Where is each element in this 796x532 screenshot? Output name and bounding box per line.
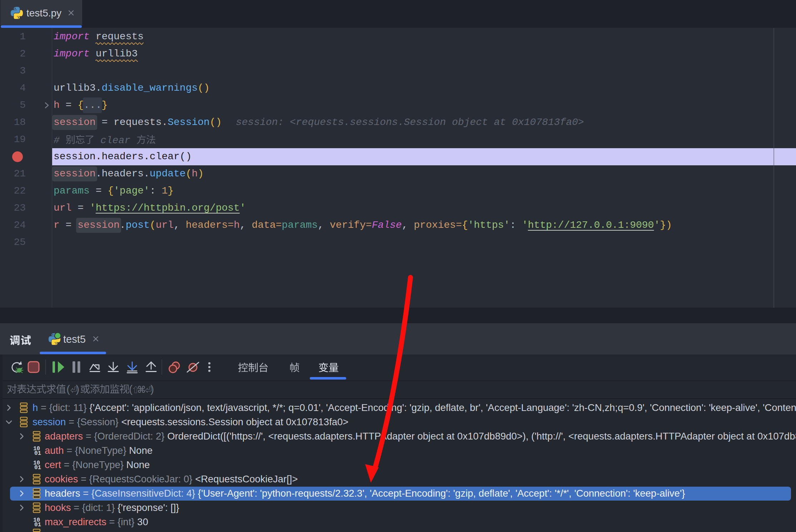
svg-text:01: 01	[34, 522, 41, 528]
svg-text:): )	[76, 383, 79, 395]
svg-text:(: (	[129, 383, 133, 395]
svg-text:#: #	[54, 135, 60, 146]
svg-text:01: 01	[34, 465, 41, 471]
svg-text:01: 01	[34, 450, 41, 457]
svg-text:): )	[150, 383, 154, 395]
svg-text:clear: clear	[100, 135, 130, 146]
svg-text:(: (	[66, 383, 70, 395]
